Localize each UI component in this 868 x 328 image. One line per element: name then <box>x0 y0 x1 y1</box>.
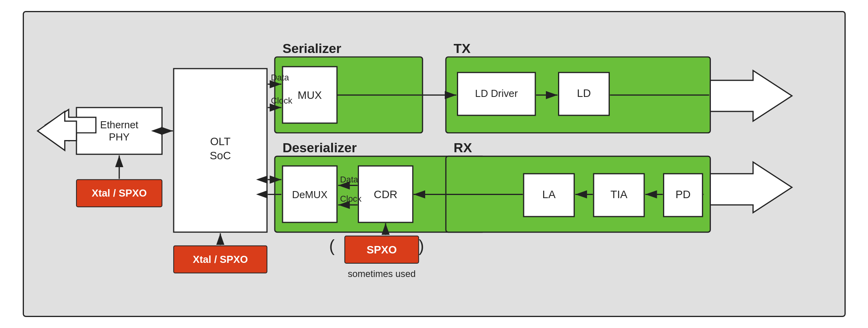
svg-text:SPXO: SPXO <box>366 244 397 256</box>
svg-rect-27 <box>524 174 574 217</box>
svg-text:Data: Data <box>271 73 289 82</box>
svg-marker-42 <box>45 109 96 140</box>
svg-text:Data: Data <box>340 175 358 184</box>
svg-text:PHY: PHY <box>109 131 129 142</box>
svg-text:sometimes used: sometimes used <box>348 268 415 279</box>
svg-text:(: ( <box>329 237 335 255</box>
svg-text:OLT: OLT <box>210 135 230 148</box>
svg-text:TIA: TIA <box>610 188 627 200</box>
svg-text:Deserializer: Deserializer <box>282 140 356 155</box>
svg-rect-4 <box>446 57 710 133</box>
svg-text:Clock: Clock <box>340 194 361 204</box>
svg-marker-44 <box>714 84 772 104</box>
svg-text:LD: LD <box>577 87 591 99</box>
svg-text:CDR: CDR <box>373 188 397 200</box>
svg-rect-5 <box>275 156 485 232</box>
svg-rect-14 <box>174 69 267 232</box>
svg-rect-17 <box>283 67 337 123</box>
svg-text:LD Driver: LD Driver <box>475 88 518 99</box>
svg-rect-21 <box>358 166 413 222</box>
svg-text:SoC: SoC <box>210 149 231 162</box>
svg-marker-45 <box>710 71 792 121</box>
svg-text:Clock: Clock <box>271 96 292 106</box>
svg-text:Ethernet: Ethernet <box>100 119 138 130</box>
svg-text:TX: TX <box>453 41 471 56</box>
diagram-container: Serializer Deserializer TX RX Ethernet P… <box>23 11 846 317</box>
svg-text:Xtal / SPXO: Xtal / SPXO <box>91 188 146 199</box>
svg-marker-46 <box>710 162 792 213</box>
svg-text:Xtal / SPXO: Xtal / SPXO <box>192 254 248 265</box>
svg-marker-43 <box>37 111 76 150</box>
svg-rect-11 <box>76 108 162 154</box>
svg-rect-19 <box>283 166 337 222</box>
svg-rect-6 <box>446 156 710 232</box>
svg-text:): ) <box>419 237 424 255</box>
svg-rect-3 <box>275 57 422 133</box>
svg-rect-25 <box>558 73 609 115</box>
svg-rect-35 <box>174 246 267 273</box>
svg-text:LA: LA <box>542 188 555 200</box>
svg-rect-23 <box>457 73 535 115</box>
svg-text:DeMUX: DeMUX <box>292 189 327 200</box>
svg-rect-29 <box>593 174 644 217</box>
svg-text:MUX: MUX <box>297 89 322 101</box>
svg-rect-33 <box>76 180 162 207</box>
svg-text:RX: RX <box>453 140 472 155</box>
svg-text:Serializer: Serializer <box>282 41 341 56</box>
svg-rect-31 <box>663 174 702 217</box>
svg-text:PD: PD <box>675 188 690 200</box>
svg-rect-39 <box>344 236 419 263</box>
